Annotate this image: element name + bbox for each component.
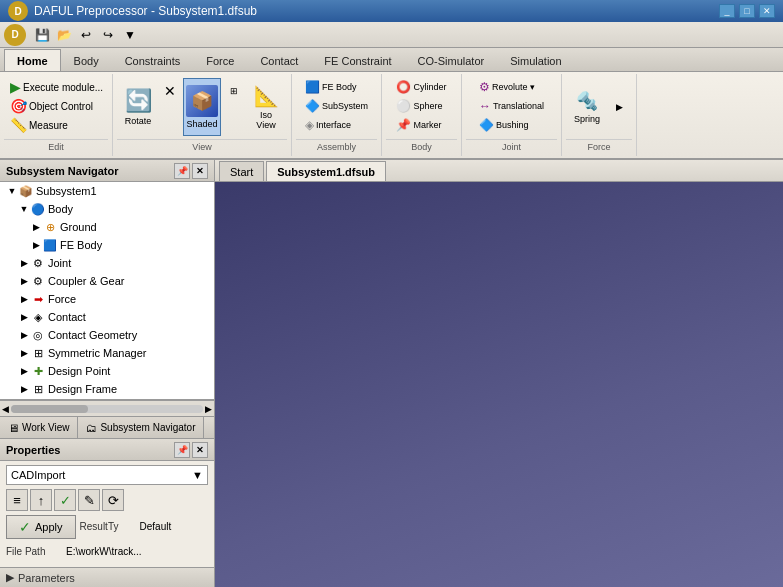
- translational-button[interactable]: ↔Translational: [475, 97, 548, 115]
- tab-fe-constraint[interactable]: FE Constraint: [311, 49, 404, 71]
- window-controls[interactable]: _ □ ✕: [719, 4, 775, 18]
- coupler-icon: ⚙: [30, 273, 46, 289]
- properties-pin-button[interactable]: 📌: [174, 442, 190, 458]
- properties-panel: Properties 📌 ✕ CADImport ▼ ≡ ↑ ✓ ✎ ⟳: [0, 438, 214, 587]
- apply-check-icon: ✓: [19, 519, 31, 535]
- subsystem-nav-tab[interactable]: 🗂 Subsystem Navigator: [78, 417, 204, 438]
- prop-edit-button[interactable]: ✎: [78, 489, 100, 511]
- apply-label: Apply: [35, 521, 63, 533]
- revolute-button[interactable]: ⚙Revolute ▾: [475, 78, 548, 96]
- tree-item-ground[interactable]: ▶ ⊕ Ground: [0, 218, 214, 236]
- work-view-tab[interactable]: 🖥 Work View: [0, 417, 78, 438]
- interface-button[interactable]: ◈Interface: [301, 116, 372, 134]
- tree-arrow-designfr[interactable]: ▶: [18, 384, 30, 394]
- tab-force[interactable]: Force: [193, 49, 247, 71]
- prop-check-button[interactable]: ✓: [54, 489, 76, 511]
- shaded-button[interactable]: 📦 Shaded: [183, 78, 221, 136]
- tree-arrow-coupler[interactable]: ▶: [18, 276, 30, 286]
- subsystem-nav-icon: 🗂: [86, 422, 97, 434]
- tree-item-body[interactable]: ▼ 🔵 Body: [0, 200, 214, 218]
- parameters-section[interactable]: ▶ Parameters: [0, 567, 214, 587]
- tree-arrow-subsystem1[interactable]: ▼: [6, 186, 18, 196]
- tree-item-designfr[interactable]: ▶ ⊞ Design Frame: [0, 380, 214, 398]
- tree-item-febody[interactable]: ▶ 🟦 FE Body: [0, 236, 214, 254]
- start-tab[interactable]: Start: [219, 161, 264, 181]
- navigator-close-button[interactable]: ✕: [192, 163, 208, 179]
- cylinder-button[interactable]: ⭕Cylinder: [392, 78, 450, 96]
- daful-logo: D: [4, 24, 26, 46]
- tree-arrow-force[interactable]: ▶: [18, 294, 30, 304]
- tab-contact[interactable]: Contact: [247, 49, 311, 71]
- measure-button[interactable]: 📏 Measure: [6, 116, 106, 134]
- tab-body[interactable]: Body: [61, 49, 112, 71]
- x-button[interactable]: ✕: [159, 78, 181, 104]
- tree-arrow-symmgr[interactable]: ▶: [18, 348, 30, 358]
- prop-refresh-button[interactable]: ⟳: [102, 489, 124, 511]
- tree-item-contact[interactable]: ▶ ◈ Contact: [0, 308, 214, 326]
- tree-item-joint[interactable]: ▶ ⚙ Joint: [0, 254, 214, 272]
- tab-simulation[interactable]: Simulation: [497, 49, 574, 71]
- save-button[interactable]: 💾: [32, 25, 52, 45]
- navigator-title: Subsystem Navigator: [6, 165, 118, 177]
- params-arrow-icon: ▶: [6, 571, 14, 584]
- tree-arrow-body[interactable]: ▼: [18, 204, 30, 214]
- tree-item-coupler[interactable]: ▶ ⚙ Coupler & Gear: [0, 272, 214, 290]
- dropdown-button[interactable]: ▼: [120, 25, 140, 45]
- type-dropdown[interactable]: CADImport ▼: [6, 465, 208, 485]
- close-button[interactable]: ✕: [759, 4, 775, 18]
- sphere-button[interactable]: ⚪Sphere: [392, 97, 450, 115]
- ribbon-group-joint: ⚙Revolute ▾ ↔Translational 🔷Bushing Join…: [462, 74, 562, 156]
- bushing-button[interactable]: 🔷Bushing: [475, 116, 548, 134]
- maximize-button[interactable]: □: [739, 4, 755, 18]
- apply-button[interactable]: ✓ Apply: [6, 515, 76, 539]
- tree-item-force[interactable]: ▶ ➡ Force: [0, 290, 214, 308]
- properties-close-button[interactable]: ✕: [192, 442, 208, 458]
- ribbon: ▶ Execute module... 🎯 Object Control 📏 M…: [0, 72, 783, 160]
- subsystem1-label: Subsystem1: [36, 185, 97, 197]
- scroll-thumb[interactable]: [11, 405, 88, 413]
- navigator-hscroll[interactable]: ◀ ▶: [0, 400, 214, 416]
- result-type-label: ResultTy: [80, 521, 140, 532]
- fe-body-button[interactable]: 🟦FE Body: [301, 78, 372, 96]
- scroll-left-btn[interactable]: ◀: [2, 404, 9, 414]
- properties-title: Properties: [6, 444, 60, 456]
- tree-arrow-designpt[interactable]: ▶: [18, 366, 30, 376]
- force-extra-button[interactable]: ▶: [608, 78, 630, 136]
- body-icon: 🔵: [30, 201, 46, 217]
- execute-module-button[interactable]: ▶ Execute module...: [6, 78, 106, 96]
- app-logo: D: [8, 1, 28, 21]
- minimize-button[interactable]: _: [719, 4, 735, 18]
- contact-icon: ◈: [30, 309, 46, 325]
- tree-arrow-ground[interactable]: ▶: [30, 222, 42, 232]
- subsystem-button[interactable]: 🔷SubSystem: [301, 97, 372, 115]
- tree-item-symmgr[interactable]: ▶ ⊞ Symmetric Manager: [0, 344, 214, 362]
- tree-arrow-contactgeo[interactable]: ▶: [18, 330, 30, 340]
- object-control-button[interactable]: 🎯 Object Control: [6, 97, 106, 115]
- left-panel: Subsystem Navigator 📌 ✕ ▼ 📦 Subsystem1 ▼…: [0, 160, 215, 587]
- iso-view-button[interactable]: 📐 IsoView: [247, 78, 285, 136]
- force-group-label: Force: [566, 139, 632, 154]
- contact-label: Contact: [48, 311, 86, 323]
- tab-constraints[interactable]: Constraints: [112, 49, 194, 71]
- tree-item-subsystem1[interactable]: ▼ 📦 Subsystem1: [0, 182, 214, 200]
- marker-button[interactable]: 📌Marker: [392, 116, 450, 134]
- scroll-track[interactable]: [11, 405, 203, 413]
- undo-button[interactable]: ↩: [76, 25, 96, 45]
- tree-arrow-contact[interactable]: ▶: [18, 312, 30, 322]
- open-button[interactable]: 📂: [54, 25, 74, 45]
- tree-arrow-joint[interactable]: ▶: [18, 258, 30, 268]
- tree-item-designpt[interactable]: ▶ ✚ Design Point: [0, 362, 214, 380]
- prop-up-button[interactable]: ↑: [30, 489, 52, 511]
- grid-view-button[interactable]: ⊞: [223, 78, 245, 104]
- navigator-pin-button[interactable]: 📌: [174, 163, 190, 179]
- tree-arrow-febody[interactable]: ▶: [30, 240, 42, 250]
- subsystem-tab[interactable]: Subsystem1.dfsub: [266, 161, 386, 181]
- scroll-right-btn[interactable]: ▶: [205, 404, 212, 414]
- prop-menu-button[interactable]: ≡: [6, 489, 28, 511]
- tree-item-contactgeo[interactable]: ▶ ◎ Contact Geometry: [0, 326, 214, 344]
- spring-button[interactable]: 🔩 Spring: [568, 78, 606, 136]
- rotate-button[interactable]: 🔄 Rotate: [119, 78, 157, 136]
- redo-button[interactable]: ↪: [98, 25, 118, 45]
- tab-home[interactable]: Home: [4, 49, 61, 71]
- tab-co-simulator[interactable]: CO-Simulator: [405, 49, 498, 71]
